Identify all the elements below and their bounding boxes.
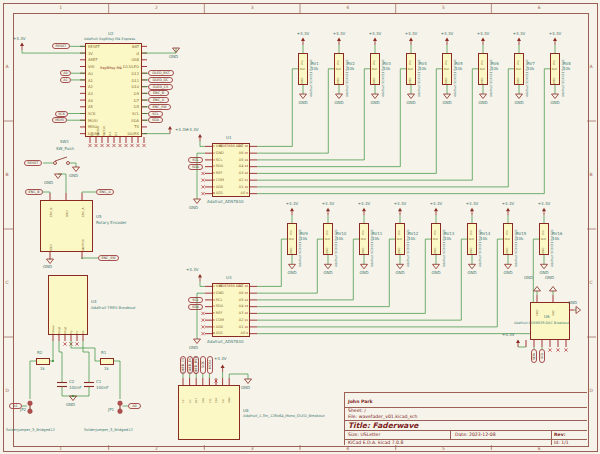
rotary-encoder-body[interactable]: ENC_BGNDENC_A GNDSWITCH [40, 200, 93, 252]
potentiometer-body[interactable]: Vin Out GND [406, 53, 416, 85]
potentiometer-body[interactable]: Vin Out GND [442, 53, 452, 85]
net-label-oled-dc[interactable]: OLED_DC [148, 77, 173, 83]
potentiometer-body[interactable]: Vin Out GND [298, 53, 308, 85]
adc-reference[interactable]: U3 [226, 275, 231, 280]
pin-vin: Vin [325, 225, 329, 235]
pin-gnd: GND [325, 243, 329, 254]
oled-net-label[interactable]: MOSI [207, 356, 213, 374]
tool-field: KiCad E.D.A. kicad 7.0.8 [348, 440, 403, 445]
oled-net-label[interactable]: OLED_RST [193, 356, 199, 374]
jumper-value: SolderJumper_3_Bridged12 [84, 428, 133, 432]
fader-potentiometer[interactable]: +3.3V Vin Out GND Adafruit SC6021 Pot 10… [514, 53, 544, 113]
pin-vin: Vin [372, 55, 376, 65]
net-label-enc-b[interactable]: ENC_B [25, 189, 43, 195]
resistor-r1[interactable] [100, 358, 114, 365]
net-label-a0[interactable]: A0 [128, 403, 141, 409]
adc-u3[interactable]: U3 ADS7830 ADC 1VIN2GND3SCL4SDA5REF6COM7… [205, 276, 267, 351]
fader-potentiometer[interactable]: +3.3V Vin Out GND Adafruit SC6021 Pot 10… [287, 223, 317, 283]
oled-net-label[interactable]: SCK [200, 356, 206, 374]
potentiometer-body[interactable]: Vin Out GND [287, 223, 297, 255]
net-label-scl[interactable]: SCL [148, 111, 163, 117]
fader-potentiometer[interactable]: +3.3V Vin Out GND Adafruit SC6021 Pot 10… [395, 223, 425, 283]
net-label-enc-b[interactable]: ENC_B [148, 90, 169, 96]
jumper-value: SolderJumper_3_Bridged12 [6, 428, 55, 432]
switch-reference[interactable]: SW1 [60, 139, 69, 144]
potentiometer-body[interactable]: Vin Out GND [334, 53, 344, 85]
fader-potentiometer[interactable]: +3.3V Vin Out GND Adafruit SC6021 Pot 10… [406, 53, 436, 113]
fader-potentiometer[interactable]: +3.3V Vin Out GND Adafruit SC6021 Pot 10… [550, 53, 580, 113]
mcu-reference[interactable]: U2 [108, 31, 113, 36]
net-label-oled-cs[interactable]: OLED_CS [148, 84, 173, 90]
potentiometer-body[interactable]: Vin Out GND [431, 223, 441, 255]
mcu-value[interactable]: Adafruit ItsyBitsy M4 Express [84, 37, 135, 41]
mcu-body[interactable]: RESET3VAREFVHIA0A1A2A3A4A5SCKMOSIMISOD2/… [85, 43, 142, 137]
net-label-enc-sw[interactable]: ENC_SW [98, 255, 119, 261]
net-label-sck[interactable]: SCK [55, 111, 68, 117]
switch-value: SW_Push [56, 146, 74, 151]
potentiometer-body[interactable]: Vin Out GND [467, 223, 477, 255]
gnd-label: GND [357, 270, 371, 275]
pin-vin: Vin [480, 55, 484, 65]
fader-potentiometer[interactable]: +3.3V Vin Out GND Adafruit SC6021 Pot 10… [478, 53, 508, 113]
pin-out: Out [516, 67, 521, 71]
potentiometer-body[interactable]: Vin Out GND [550, 53, 560, 85]
oled-breakout-body[interactable]: CSDCRSTSA0SCLSDAVinGND [178, 385, 240, 440]
net-label-scl[interactable]: SCL [188, 157, 203, 163]
encoder-reference[interactable]: U5 [96, 214, 101, 219]
adc-reference[interactable]: U1 [226, 135, 231, 140]
trrs-breakout-body[interactable]: SleeveRing2Ring1TipTSRS [48, 275, 88, 335]
fader-potentiometer[interactable]: +3.3V Vin Out GND Adafruit SC6021 Pot 10… [442, 53, 472, 113]
pin-out: Out [325, 237, 330, 241]
gnd-label: GND [66, 402, 75, 407]
net-label-enc-a[interactable]: ENC_A [96, 189, 114, 195]
net-label-a0[interactable]: A0 [60, 70, 71, 76]
potentiometer-body[interactable]: Vin Out GND [370, 53, 380, 85]
dac-net-label[interactable]: SDA [531, 349, 537, 363]
oled-net-label[interactable]: OLED_CS [180, 356, 186, 374]
fader-potentiometer[interactable]: +3.3V Vin Out GND Adafruit SC6021 Pot 10… [370, 53, 400, 113]
net-label-reset[interactable]: RESET [24, 160, 42, 166]
net-label-enc-a[interactable]: ENC_A [148, 97, 169, 103]
resistor-r2[interactable] [36, 358, 50, 365]
net-label-oled-rst[interactable]: OLED_RST [148, 70, 174, 76]
net-label-sda[interactable]: SDA [148, 117, 163, 123]
pin-out: Out [541, 237, 546, 241]
adc-u1[interactable]: U1 ADS7830 ADC 1VIN2GND3SCL4SDA5REF6COM7… [205, 136, 267, 211]
oled-reference[interactable]: U8 [243, 408, 248, 413]
potentiometer-body[interactable]: Vin Out GND [323, 223, 333, 255]
net-label-mosi[interactable]: MOSI [52, 117, 67, 123]
oled-net-label[interactable]: OLED_DC [187, 356, 193, 374]
potentiometer-body[interactable]: Vin Out GND [514, 53, 524, 85]
net-label-reset[interactable]: RESET [52, 43, 70, 49]
fader-potentiometer[interactable]: +3.3V Vin Out GND Adafruit SC6021 Pot 10… [359, 223, 389, 283]
fader-potentiometer[interactable]: +3.3V Vin Out GND Adafruit SC6021 Pot 10… [431, 223, 461, 283]
net-label-scl[interactable]: SCL [188, 297, 203, 303]
potentiometer-body[interactable]: Vin Out GND [478, 53, 488, 85]
fader-value: 10k [336, 236, 343, 241]
fader-potentiometer[interactable]: +3.3V Vin Out GND Adafruit SC6021 Pot 10… [467, 223, 497, 283]
net-label-enc-sw[interactable]: ENC_SW [148, 104, 171, 110]
dac-reference[interactable]: U6 [544, 314, 549, 319]
fader-potentiometer[interactable]: +3.3V Vin Out GND Adafruit SC6021 Pot 10… [298, 53, 328, 113]
fader-potentiometer[interactable]: +3.3V Vin Out GND Adafruit SC6021 Pot 10… [334, 53, 364, 113]
power-3v3-label: +3.3V [292, 31, 314, 36]
dac-net-label[interactable]: SCL [539, 349, 545, 363]
power-3v3-label: +3.3V [508, 31, 530, 36]
potentiometer-body[interactable]: Vin Out GND [503, 223, 513, 255]
potentiometer-body[interactable]: Vin Out GND [359, 223, 369, 255]
resistor-value: 1k [40, 366, 45, 371]
resistor-reference: R2 [37, 350, 42, 355]
net-label-a1[interactable]: A1 [60, 77, 71, 83]
power-3v3-label: +3.3V [364, 31, 386, 36]
trrs-reference[interactable]: U4 [91, 299, 96, 304]
resistor-value: 1k [104, 366, 109, 371]
gnd-label: GND [44, 180, 53, 185]
net-label-a1[interactable]: A1 [9, 403, 22, 409]
potentiometer-body[interactable]: Vin Out GND [539, 223, 549, 255]
gnd-label: GND [465, 270, 479, 275]
net-label-sda[interactable]: SDA [188, 304, 203, 310]
net-label-sda[interactable]: SDA [188, 164, 203, 170]
fader-potentiometer[interactable]: +3.3V Vin Out GND Adafruit SC6021 Pot 10… [323, 223, 353, 283]
potentiometer-body[interactable]: Vin Out GND [395, 223, 405, 255]
mcu-right-pin-names: BATGUSBD13/LEDD12D11D10D9D7D5SCLSDATXD0/… [123, 44, 139, 138]
